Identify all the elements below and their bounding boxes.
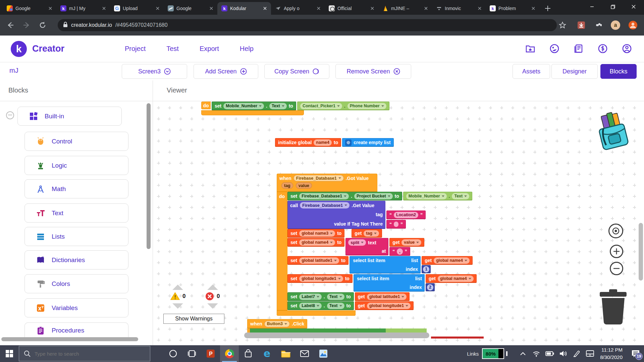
block-set-global-latitude1[interactable]: set global latitude1 to select list item… xyxy=(287,256,472,274)
block-set-mobile-number-text[interactable]: do set Mobile_Number . Text to Contact_P… xyxy=(201,102,389,110)
block-get-tag[interactable]: get tag xyxy=(352,229,382,238)
palette-category-colors[interactable]: Colors xyxy=(24,274,128,293)
mail-icon[interactable] xyxy=(295,345,314,362)
block-call-get-value[interactable]: call Firebase_Database1 .Get Value tag v… xyxy=(287,201,385,229)
browser-tab[interactable]: k mJ | My xyxy=(56,2,110,15)
variable-dropdown[interactable]: global name4 xyxy=(434,257,470,264)
file-explorer-icon[interactable] xyxy=(276,345,295,362)
close-window-button[interactable] xyxy=(623,0,644,13)
browser-tab[interactable]: Inmovic xyxy=(432,2,486,15)
variable-dropdown[interactable]: global latitude1 xyxy=(299,257,339,264)
text-field[interactable]: Location2 xyxy=(394,212,418,218)
block-get-global-latitude1[interactable]: get global latitude1 xyxy=(355,292,410,301)
close-icon[interactable] xyxy=(423,6,429,11)
action-center-icon[interactable]: 19 xyxy=(627,345,644,362)
block-get-global-name4[interactable]: get global name4 xyxy=(426,274,477,283)
cortana-icon[interactable] xyxy=(164,345,182,362)
palette-category-lists[interactable]: Lists xyxy=(24,227,128,246)
restore-button[interactable] xyxy=(602,0,623,13)
powerpoint-icon[interactable]: P xyxy=(201,345,220,362)
palette-vertical-scrollbar[interactable] xyxy=(147,103,151,249)
news-icon[interactable] xyxy=(574,44,584,54)
palette-category-control[interactable]: Control xyxy=(24,132,128,151)
screen-selector[interactable]: Screen3 xyxy=(122,64,187,79)
battery-tray-icon[interactable] xyxy=(543,345,556,362)
block-number-2[interactable]: 2 xyxy=(426,283,435,291)
variable-dropdown[interactable]: value xyxy=(401,239,421,246)
component-dropdown[interactable]: Mobile_Number xyxy=(223,103,264,109)
show-warnings-button[interactable]: Show Warnings xyxy=(163,314,224,324)
component-dropdown[interactable]: Label7 xyxy=(299,294,322,300)
zoom-out-button[interactable] xyxy=(610,262,623,275)
back-icon[interactable] xyxy=(5,19,16,31)
browser-tab[interactable]: G Upload xyxy=(110,2,164,15)
number-field[interactable]: 1 xyxy=(423,266,429,273)
zoom-in-button[interactable] xyxy=(610,245,623,258)
browser-tab[interactable]: Official xyxy=(325,2,378,15)
copy-screen-button[interactable]: Copy Screen xyxy=(264,64,329,79)
close-icon[interactable] xyxy=(48,6,53,11)
close-icon[interactable] xyxy=(262,6,268,11)
block-set-global-name3[interactable]: set global name3 to get tag xyxy=(287,229,472,238)
palette-category-math[interactable]: Math xyxy=(24,179,128,198)
warnings-down-icon[interactable] xyxy=(172,303,183,309)
property-dropdown[interactable]: Project Bucket xyxy=(354,193,393,199)
block-get-value[interactable]: get value xyxy=(389,238,424,247)
palette-category-dictionaries[interactable]: Dictionaries xyxy=(24,250,128,269)
taskbar-search[interactable] xyxy=(19,346,150,361)
text-field[interactable]: , xyxy=(397,248,402,255)
block-set-global-longitude1[interactable]: set global longitude1 to select list ite… xyxy=(287,274,472,292)
browser-tab-active[interactable]: k Kodular xyxy=(217,2,271,15)
remove-screen-button[interactable]: Remove Screen xyxy=(335,64,411,79)
close-icon[interactable] xyxy=(370,6,375,11)
variable-name-field[interactable]: name4 xyxy=(314,139,332,146)
block-text-location2[interactable]: “ Location2 ” xyxy=(386,210,426,219)
extensions-puzzle-icon[interactable] xyxy=(594,20,604,30)
component-dropdown[interactable]: Contact_Picker1 xyxy=(300,103,342,109)
property-dropdown[interactable]: Phone Number xyxy=(347,103,386,109)
backpack-icon[interactable] xyxy=(592,111,636,154)
links-toolbar-label[interactable]: Links xyxy=(467,351,479,357)
new-tab-button[interactable] xyxy=(544,5,551,12)
monetization-icon[interactable] xyxy=(598,44,608,54)
component-dropdown[interactable]: Firebase_Database1 xyxy=(293,175,344,181)
variable-dropdown[interactable]: global longitude1 xyxy=(367,303,411,309)
account-icon[interactable] xyxy=(622,44,632,54)
edge-icon[interactable]: e xyxy=(258,345,276,362)
tablet-icon[interactable] xyxy=(583,345,597,362)
chrome-icon[interactable] xyxy=(220,345,239,362)
property-dropdown[interactable]: Text xyxy=(452,193,469,199)
close-icon[interactable] xyxy=(477,6,482,11)
url-bar[interactable]: creator.kodular.io/#4954597024071680 xyxy=(58,19,557,31)
taskbar-clock[interactable]: 11:12 PM 8/30/2020 xyxy=(600,346,623,361)
close-icon[interactable] xyxy=(316,6,321,11)
menu-project[interactable]: Project xyxy=(125,45,146,53)
menu-help[interactable]: Help xyxy=(240,45,254,53)
pen-icon[interactable] xyxy=(570,345,583,362)
viewer-vertical-scrollbar[interactable] xyxy=(639,223,643,281)
block-get-global-longitude1[interactable]: get global longitude1 xyxy=(355,301,414,310)
browser-tab[interactable]: Apply o xyxy=(271,2,325,15)
palette-category-text[interactable]: Text xyxy=(24,203,128,223)
errors-down-icon[interactable] xyxy=(207,303,218,309)
download-manager-icon[interactable] xyxy=(576,20,586,30)
photos-icon[interactable] xyxy=(314,345,333,362)
component-dropdown[interactable]: Button3 xyxy=(264,321,290,327)
variable-dropdown[interactable]: global name4 xyxy=(438,276,474,282)
trash-icon[interactable] xyxy=(598,289,629,326)
property-dropdown[interactable]: Text xyxy=(269,103,287,109)
block-when-button3-click[interactable]: when Button3 .Click xyxy=(247,319,307,328)
component-dropdown[interactable]: Mobile_Number xyxy=(406,193,447,199)
variable-dropdown[interactable]: tag xyxy=(364,230,379,237)
variable-dropdown[interactable]: global longitude1 xyxy=(299,276,343,282)
close-icon[interactable] xyxy=(209,6,214,11)
event-param-value[interactable]: value xyxy=(296,182,312,189)
errors-up-icon[interactable] xyxy=(207,285,218,290)
property-dropdown[interactable]: Text xyxy=(327,294,344,300)
minimize-button[interactable] xyxy=(582,0,602,13)
palette-category-variables[interactable]: Variables xyxy=(24,298,128,317)
block-set-global-name4[interactable]: set global name4 to split text at get xyxy=(287,238,472,256)
block-get-global-name4[interactable]: get global name4 xyxy=(422,256,473,265)
viewer-horizontal-scrollbar[interactable] xyxy=(244,333,429,338)
warnings-up-icon[interactable] xyxy=(172,285,183,290)
